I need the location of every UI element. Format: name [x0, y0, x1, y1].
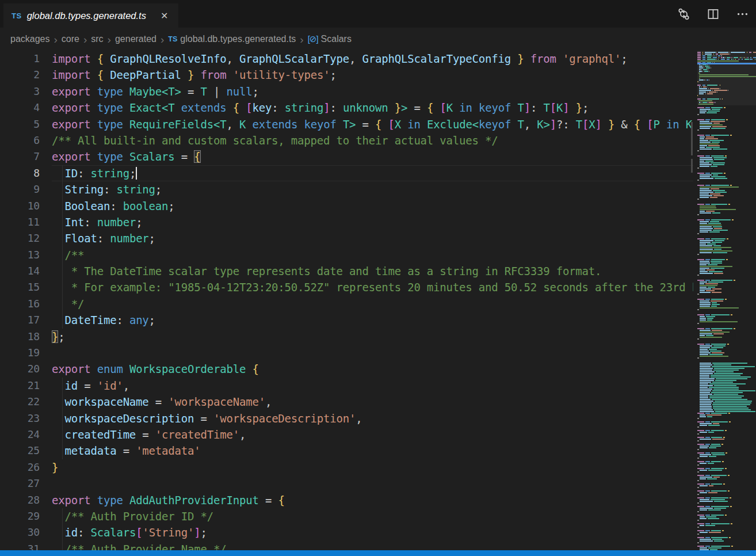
minimap-row [697, 337, 756, 338]
minimap-row [697, 275, 756, 276]
minimap-row [697, 292, 756, 293]
code-line-21[interactable]: id = 'id', [52, 378, 693, 394]
tab-close-icon[interactable]: ✕ [158, 9, 170, 22]
code-line-10[interactable]: Boolean: boolean; [52, 198, 693, 214]
breadcrumb-item-src[interactable]: src [91, 34, 103, 44]
breadcrumb-item-file[interactable]: TSglobal.db.types.generated.ts [168, 34, 296, 44]
code-line-3[interactable]: export type Maybe<T> = T | null; [52, 83, 693, 100]
breadcrumb-item-symbol[interactable]: [⊘]Scalars [308, 34, 352, 44]
minimap-row [697, 307, 756, 309]
minimap-row [697, 155, 756, 157]
minimap-row [697, 133, 756, 134]
minimap-row [697, 211, 756, 212]
code-line-6[interactable]: /** All built-in and custom scalars, map… [52, 132, 693, 148]
minimap-row [697, 357, 756, 359]
code-line-17[interactable]: DateTime: any; [52, 312, 693, 328]
minimap-viewport-slider[interactable] [697, 51, 756, 105]
code-line-1[interactable]: import { GraphQLResolveInfo, GraphQLScal… [52, 51, 693, 67]
breadcrumb-item-generated[interactable]: generated [115, 34, 156, 44]
minimap-row [697, 478, 756, 479]
minimap-row [697, 342, 756, 343]
minimap-row [697, 487, 756, 488]
split-editor-icon[interactable] [706, 7, 720, 21]
code-line-4[interactable]: export type Exact<T extends { [key: stri… [52, 100, 693, 116]
code-lines[interactable]: import { GraphQLResolveInfo, GraphQLScal… [52, 51, 693, 550]
minimap-row [697, 314, 756, 315]
minimap-row [697, 416, 756, 417]
minimap-row [697, 185, 756, 186]
minimap[interactable] [697, 51, 756, 550]
code-line-15[interactable]: * For example: "1985-04-12T23:20:50.52Z"… [52, 279, 693, 295]
minimap-row [697, 447, 756, 448]
minimap-row [697, 309, 756, 310]
minimap-row [697, 366, 756, 367]
code-line-27[interactable] [52, 475, 693, 492]
minimap-row [697, 123, 756, 124]
code-line-9[interactable]: String: string; [52, 181, 693, 197]
breadcrumb-item-packages[interactable]: packages [10, 34, 50, 44]
code-line-11[interactable]: Int: number; [52, 214, 693, 230]
minimap-row [697, 164, 756, 165]
minimap-row [697, 231, 756, 233]
minimap-row [697, 532, 756, 533]
minimap-row [697, 418, 756, 419]
minimap-row [697, 414, 756, 416]
minimap-row [697, 373, 756, 374]
code-line-28[interactable]: export type AddAuthProviderInput = { [52, 492, 693, 508]
minimap-row [697, 128, 756, 129]
code-line-29[interactable]: /** Auth Provider ID */ [52, 508, 693, 524]
minimap-row [697, 306, 756, 307]
code-line-26[interactable]: } [52, 459, 693, 475]
minimap-row [697, 143, 756, 144]
code-editor[interactable]: 1234567891011121314151617181920212223242… [0, 51, 756, 550]
open-changes-icon[interactable] [677, 7, 690, 21]
code-line-24[interactable]: createdTime = 'createdTime', [52, 426, 693, 443]
minimap-row [697, 428, 756, 429]
minimap-row [697, 107, 756, 108]
minimap-row [697, 250, 756, 252]
indent-guide [62, 378, 63, 459]
minimap-row [697, 325, 756, 326]
line-number: 28 [0, 492, 52, 508]
tab-bar: TS global.db.types.generated.ts ✕ [0, 0, 756, 28]
code-line-22[interactable]: workspaceName = 'workspaceName', [52, 394, 693, 410]
code-line-18[interactable]: }; [52, 329, 693, 345]
code-line-31[interactable]: /** Auth Provider Name */ [52, 541, 693, 550]
code-line-8[interactable]: ID: string; [52, 165, 693, 181]
code-line-12[interactable]: Float: number; [52, 230, 693, 246]
line-number: 11 [0, 214, 52, 230]
minimap-row [697, 135, 756, 136]
tab-global-db-types[interactable]: TS global.db.types.generated.ts ✕ [3, 3, 178, 28]
minimap-row [697, 328, 756, 329]
code-line-19[interactable] [52, 345, 693, 361]
minimap-row [697, 451, 756, 452]
minimap-row [697, 119, 756, 120]
code-line-7[interactable]: export type Scalars = { [52, 148, 693, 165]
code-line-5[interactable]: export type RequireFields<T, K extends k… [52, 116, 693, 132]
code-line-25[interactable]: metadata = 'metadata' [52, 443, 693, 459]
code-line-23[interactable]: workspaceDescription = 'workspaceDescrip… [52, 410, 693, 426]
minimap-row [697, 530, 756, 531]
minimap-row [697, 195, 756, 196]
minimap-row [697, 235, 756, 236]
code-line-20[interactable]: export enum WorkspaceOrderable { [52, 361, 693, 377]
minimap-row [697, 154, 756, 155]
code-line-2[interactable]: import { DeepPartial } from 'utility-typ… [52, 67, 693, 83]
minimap-row [697, 111, 756, 112]
line-number: 21 [0, 378, 52, 394]
minimap-row [697, 138, 756, 139]
code-line-30[interactable]: id: Scalars['String']; [52, 524, 693, 540]
more-actions-icon[interactable] [735, 7, 749, 21]
minimap-row [697, 459, 756, 460]
code-line-16[interactable]: */ [52, 296, 693, 312]
minimap-row [697, 280, 756, 281]
minimap-row [697, 261, 756, 262]
code-line-13[interactable]: /** [52, 247, 693, 263]
minimap-row [697, 504, 756, 505]
breadcrumb-item-core[interactable]: core [62, 34, 79, 44]
minimap-row [697, 413, 756, 414]
line-number: 29 [0, 508, 52, 524]
minimap-row [697, 535, 756, 536]
code-line-14[interactable]: * The DateTime scalar type represents da… [52, 263, 693, 279]
minimap-row [697, 421, 756, 422]
